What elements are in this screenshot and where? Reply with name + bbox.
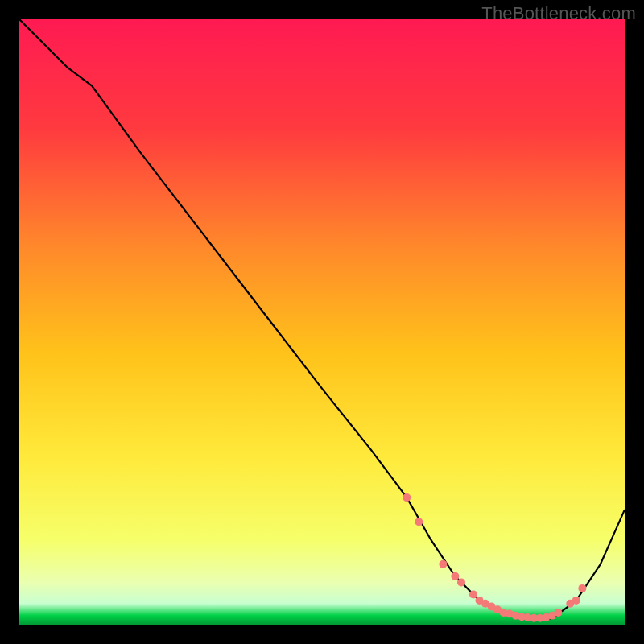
data-dot [554,609,562,617]
data-dot [402,493,411,502]
data-dot [469,590,477,598]
chart-frame [19,19,625,625]
data-dot [578,584,586,592]
data-dot [415,518,423,526]
bottleneck-chart [19,19,625,625]
data-dot [572,597,580,605]
data-dot [451,572,459,580]
watermark-text: TheBottleneck.com [481,3,636,24]
data-dot [439,560,447,568]
data-dot [457,578,465,586]
